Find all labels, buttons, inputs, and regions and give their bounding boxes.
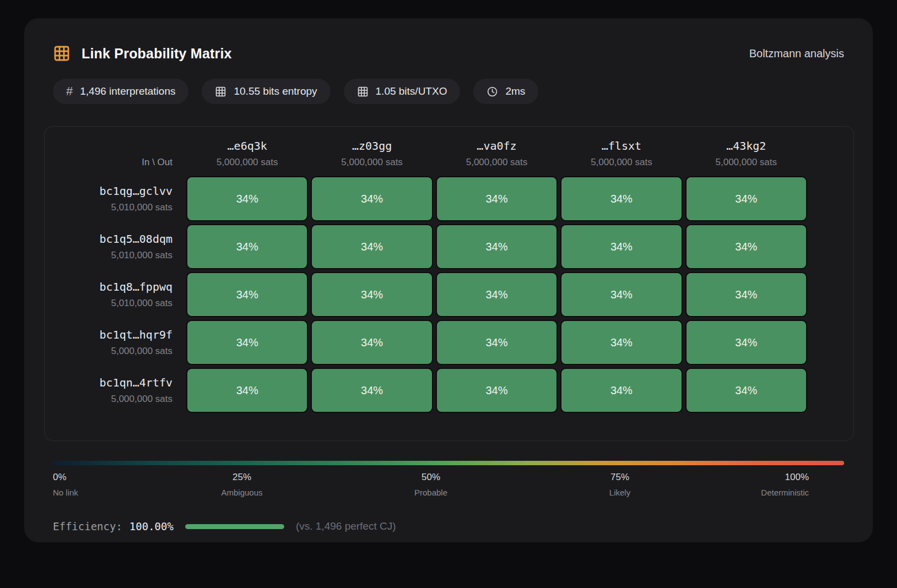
matrix-cell[interactable]: 34% <box>560 368 682 413</box>
matrix-cell[interactable]: 34% <box>560 224 682 269</box>
input-address: bc1qg…gclvv <box>100 184 172 198</box>
stat-pill-label: 1.05 bits/UTXO <box>376 85 447 97</box>
probability-gradient-bar <box>53 461 844 465</box>
legend-category: Ambiguous <box>221 488 262 497</box>
output-address: …43kg2 <box>726 139 766 153</box>
legend-stop-25%: 25%Ambiguous <box>221 472 262 497</box>
matrix-column-header: …43kg25,000,000 sats <box>685 138 807 173</box>
efficiency-label: Efficiency: <box>53 520 122 532</box>
output-amount: 5,000,000 sats <box>341 157 403 168</box>
matrix-row-header: bc1q8…fppwq5,010,000 sats <box>56 272 183 317</box>
clock-icon <box>487 86 498 97</box>
legend-percent: 0% <box>53 472 78 483</box>
legend-percent: 50% <box>414 472 447 483</box>
efficiency-value: 100.00% <box>129 520 174 532</box>
legend-category: Deterministic <box>761 488 809 497</box>
stat-pill-entropy: 10.55 bits entropy <box>202 79 330 104</box>
stat-pill-bits-per-utxo: 1.05 bits/UTXO <box>344 79 461 104</box>
stat-pill-label: 1,496 interpretations <box>80 85 175 97</box>
input-address: bc1q8…fppwq <box>100 280 172 293</box>
output-address: …va0fz <box>477 139 516 153</box>
matrix-cell[interactable]: 34% <box>311 272 433 317</box>
matrix-cell[interactable]: 34% <box>685 224 807 269</box>
link-probability-matrix-card: Link Probability Matrix Boltzmann analys… <box>24 18 873 542</box>
efficiency-progress-fill <box>185 524 284 529</box>
legend-percent: 25% <box>221 472 262 483</box>
legend-stop-100%: 100%Deterministic <box>761 472 809 497</box>
matrix-cell[interactable]: 34% <box>311 368 433 413</box>
output-address: …e6q3k <box>228 139 267 153</box>
legend-stop-75%: 75%Likely <box>609 472 630 497</box>
matrix-row-header: bc1q5…08dqm5,010,000 sats <box>56 224 183 269</box>
matrix-cell[interactable]: 34% <box>560 272 682 317</box>
matrix-cell[interactable]: 34% <box>436 368 558 413</box>
matrix-cell[interactable]: 34% <box>311 176 433 221</box>
legend-percent: 75% <box>609 472 630 483</box>
grid-icon <box>215 86 226 97</box>
matrix-cell[interactable]: 34% <box>685 176 807 221</box>
stat-pill-label: 2ms <box>505 85 525 97</box>
efficiency-note: (vs. 1,496 perfect CJ) <box>296 520 396 532</box>
stats-row: #1,496 interpretations10.55 bits entropy… <box>53 79 844 104</box>
output-address: …flsxt <box>602 139 641 153</box>
matrix-corner-label: In \ Out <box>56 138 183 173</box>
hash-icon: # <box>66 85 73 97</box>
card-header: Link Probability Matrix Boltzmann analys… <box>53 45 844 62</box>
input-address: bc1qt…hqr9f <box>100 328 172 341</box>
output-amount: 5,000,000 sats <box>466 157 528 168</box>
legend-category: Likely <box>609 488 630 497</box>
matrix-cell[interactable]: 34% <box>685 368 807 413</box>
legend-stop-50%: 50%Probable <box>414 472 447 497</box>
analysis-type-label: Boltzmann analysis <box>749 47 844 60</box>
stat-pill-label: 10.55 bits entropy <box>234 85 317 97</box>
matrix-cell[interactable]: 34% <box>186 272 308 317</box>
stat-pill-time: 2ms <box>473 79 538 104</box>
matrix-cell[interactable]: 34% <box>436 176 558 221</box>
matrix-cell[interactable]: 34% <box>311 320 433 365</box>
legend-category: Probable <box>414 488 447 497</box>
matrix-panel: In \ Out…e6q3k5,000,000 sats…z03gg5,000,… <box>44 126 854 441</box>
input-amount: 5,000,000 sats <box>111 346 172 357</box>
input-address: bc1qn…4rtfv <box>100 376 172 389</box>
efficiency-progress-track <box>185 524 284 529</box>
matrix-cell[interactable]: 34% <box>436 320 558 365</box>
output-amount: 5,000,000 sats <box>217 157 278 168</box>
matrix-grid-icon <box>53 45 71 62</box>
matrix-column-header: …flsxt5,000,000 sats <box>560 138 682 173</box>
input-amount: 5,010,000 sats <box>111 298 172 309</box>
output-amount: 5,000,000 sats <box>591 157 652 168</box>
legend-category: No link <box>53 488 78 497</box>
matrix-row-header: bc1qt…hqr9f5,000,000 sats <box>56 320 183 365</box>
legend-stops: 0%No link25%Ambiguous50%Probable75%Likel… <box>53 472 809 502</box>
probability-legend: 0%No link25%Ambiguous50%Probable75%Likel… <box>53 461 844 502</box>
matrix-cell[interactable]: 34% <box>311 224 433 269</box>
stat-pill-interpretations: #1,496 interpretations <box>53 79 188 104</box>
matrix-row-header: bc1qg…gclvv5,010,000 sats <box>56 176 183 221</box>
matrix-cell[interactable]: 34% <box>186 368 308 413</box>
matrix-cell[interactable]: 34% <box>186 320 308 365</box>
matrix-cell[interactable]: 34% <box>186 224 308 269</box>
input-amount: 5,010,000 sats <box>111 250 172 261</box>
header-left: Link Probability Matrix <box>53 45 232 62</box>
matrix-cell[interactable]: 34% <box>186 176 308 221</box>
input-address: bc1q5…08dqm <box>100 232 172 246</box>
grid-icon <box>357 86 369 97</box>
matrix-column-header: …e6q3k5,000,000 sats <box>186 138 308 173</box>
matrix-cell[interactable]: 34% <box>436 224 558 269</box>
matrix-cell[interactable]: 34% <box>560 320 682 365</box>
output-address: …z03gg <box>352 139 392 153</box>
matrix-cell[interactable]: 34% <box>685 320 807 365</box>
matrix-cell[interactable]: 34% <box>685 272 807 317</box>
legend-stop-0%: 0%No link <box>53 472 78 497</box>
matrix-row-header: bc1qn…4rtfv5,000,000 sats <box>56 368 183 413</box>
matrix-column-header: …va0fz5,000,000 sats <box>436 138 558 173</box>
matrix-cell[interactable]: 34% <box>436 272 558 317</box>
input-amount: 5,000,000 sats <box>111 394 172 405</box>
matrix-cell[interactable]: 34% <box>560 176 682 221</box>
matrix-column-header: …z03gg5,000,000 sats <box>311 138 433 173</box>
page-title: Link Probability Matrix <box>82 46 232 62</box>
input-amount: 5,010,000 sats <box>111 202 172 213</box>
legend-percent: 100% <box>761 472 809 483</box>
matrix-grid: In \ Out…e6q3k5,000,000 sats…z03gg5,000,… <box>56 138 807 413</box>
output-amount: 5,000,000 sats <box>716 157 777 168</box>
